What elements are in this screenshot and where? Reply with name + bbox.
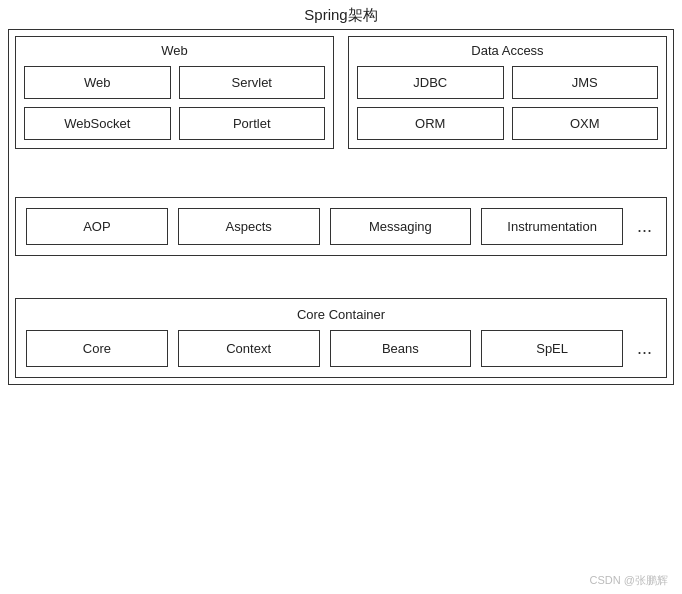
core-container-inner: Core Context Beans SpEL ... [26, 330, 656, 367]
core-item-core: Core [26, 330, 168, 367]
web-section-title: Web [24, 43, 325, 58]
mid-item-messaging: Messaging [330, 208, 472, 245]
core-dots: ... [633, 338, 656, 359]
web-item-web: Web [24, 66, 171, 99]
top-row: Web Web Servlet WebSocket Portlet Data A… [15, 36, 667, 149]
main-title: Spring架构 [0, 0, 682, 29]
core-container-section: Core Container Core Context Beans SpEL .… [15, 298, 667, 378]
web-grid: Web Servlet WebSocket Portlet [24, 66, 325, 140]
outer-relative: Web Web Servlet WebSocket Portlet Data A… [0, 29, 682, 385]
da-item-jms: JMS [512, 66, 659, 99]
da-item-oxm: OXM [512, 107, 659, 140]
arrows-row [15, 155, 667, 195]
watermark: CSDN @张鹏辉 [590, 573, 668, 588]
da-item-jdbc: JDBC [357, 66, 504, 99]
single-arrow-row [15, 258, 667, 296]
mid-item-aspects: Aspects [178, 208, 320, 245]
data-access-section: Data Access JDBC JMS ORM OXM [348, 36, 667, 149]
outer-box: Web Web Servlet WebSocket Portlet Data A… [8, 29, 674, 385]
web-item-websocket: WebSocket [24, 107, 171, 140]
mid-item-instrumentation: Instrumentation [481, 208, 623, 245]
core-container-title: Core Container [26, 307, 656, 322]
mid-dots: ... [633, 216, 656, 237]
web-item-servlet: Servlet [179, 66, 326, 99]
middle-section: AOP Aspects Messaging Instrumentation ..… [15, 197, 667, 256]
core-item-spel: SpEL [481, 330, 623, 367]
core-item-context: Context [178, 330, 320, 367]
middle-inner: AOP Aspects Messaging Instrumentation ..… [26, 208, 656, 245]
web-item-portlet: Portlet [179, 107, 326, 140]
data-access-title: Data Access [357, 43, 658, 58]
web-section: Web Web Servlet WebSocket Portlet [15, 36, 334, 149]
core-item-beans: Beans [330, 330, 472, 367]
mid-item-aop: AOP [26, 208, 168, 245]
da-item-orm: ORM [357, 107, 504, 140]
data-access-grid: JDBC JMS ORM OXM [357, 66, 658, 140]
page-wrapper: Spring架构 Web Web Servlet WebSocket Portl… [0, 0, 682, 594]
